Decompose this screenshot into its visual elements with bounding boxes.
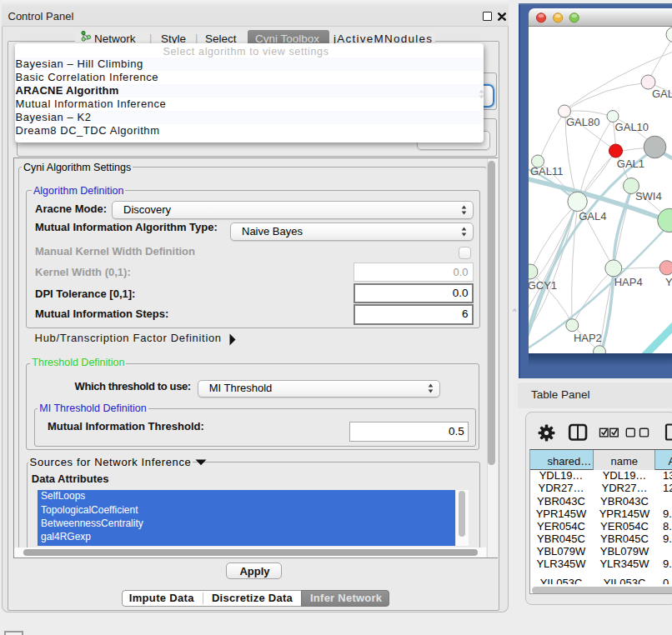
svg-text:Y: Y bbox=[665, 275, 672, 288]
svg-text:GCY1: GCY1 bbox=[529, 278, 557, 291]
svg-text:HAP2: HAP2 bbox=[574, 332, 602, 344]
svg-text:GAL11: GAL11 bbox=[530, 165, 564, 178]
svg-text:HAP4: HAP4 bbox=[614, 276, 643, 288]
svg-text:SWI4: SWI4 bbox=[635, 190, 662, 202]
svg-text:GAL1: GAL1 bbox=[617, 158, 644, 170]
svg-text:GAL4: GAL4 bbox=[579, 210, 606, 222]
svg-text:GAL80: GAL80 bbox=[566, 116, 599, 128]
svg-text:GAL: GAL bbox=[652, 88, 672, 100]
svg-text:GAL10: GAL10 bbox=[615, 121, 649, 133]
